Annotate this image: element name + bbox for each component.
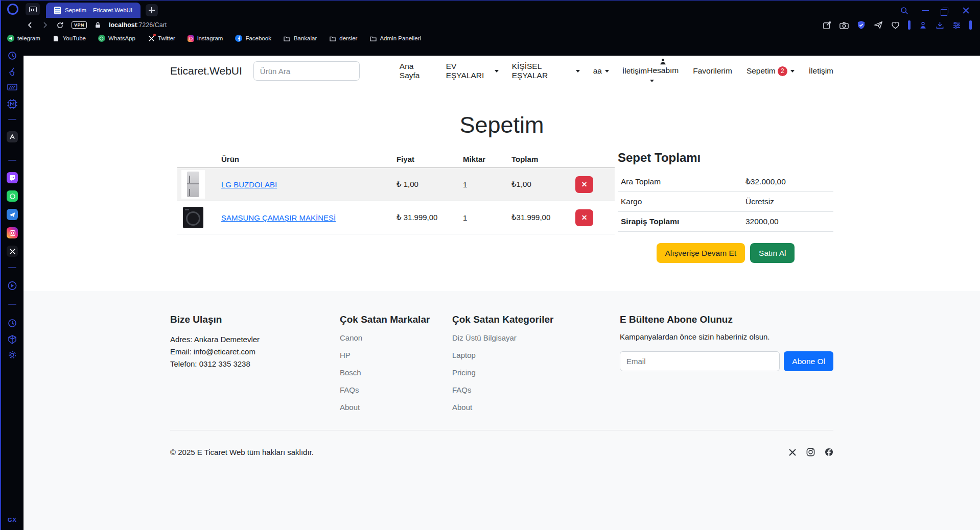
- bookmark-folder-bankalar[interactable]: Bankalar: [284, 35, 317, 42]
- order-total-value: 32000,00: [745, 217, 779, 226]
- edit-page-icon[interactable]: [823, 21, 831, 30]
- whatsapp-icon[interactable]: [7, 190, 18, 202]
- site-header: Eticaret.WebUI Ana Sayfa EV EŞYALARI KİŞ…: [170, 56, 833, 86]
- footer-link-hp[interactable]: HP: [340, 351, 452, 359]
- reload-button[interactable]: [56, 21, 64, 29]
- page-title: Sepetim: [170, 112, 833, 138]
- search-icon[interactable]: [900, 6, 908, 15]
- x-social-icon[interactable]: [788, 448, 797, 456]
- subtotal-value: ₺32.000,00: [745, 177, 786, 186]
- product-link[interactable]: LG BUZDOLABI: [221, 180, 277, 189]
- remove-item-button[interactable]: ✕: [575, 176, 593, 193]
- folder-icon: [369, 35, 377, 42]
- cart-menu[interactable]: Sepetim2: [746, 66, 795, 76]
- main-nav: Ana Sayfa EV EŞYALARI KİŞİSEL EŞYALAR aa…: [400, 62, 647, 80]
- gx-corner-button[interactable]: GX: [8, 517, 17, 523]
- site-brand[interactable]: Eticaret.WebUI: [170, 65, 242, 77]
- bookmark-twitter[interactable]: Twitter: [148, 35, 175, 42]
- bookmark-whatsapp[interactable]: WhatsApp: [98, 35, 135, 42]
- footer-link-pricing[interactable]: Pricing: [452, 368, 620, 377]
- buy-button[interactable]: Satın Al: [750, 243, 795, 263]
- bookmark-folder-admin-panelleri[interactable]: Admin Panelleri: [369, 35, 421, 42]
- vpn-badge[interactable]: VPN: [72, 21, 87, 29]
- tab-favicon-icon: [54, 7, 61, 14]
- folder-icon: [284, 35, 291, 42]
- subscribe-button[interactable]: Abone Ol: [784, 351, 833, 371]
- footer-link-laptop[interactable]: Laptop: [452, 351, 620, 359]
- sidebar-toggle-pill[interactable]: [969, 20, 972, 30]
- telegram-icon[interactable]: [7, 209, 18, 220]
- bookmark-facebook[interactable]: Facebook: [235, 35, 271, 42]
- nav-iletisim[interactable]: İletişim: [622, 66, 647, 76]
- footer-link-bosch[interactable]: Bosch: [340, 368, 452, 377]
- footer-link-about[interactable]: About: [452, 403, 620, 412]
- back-button[interactable]: [27, 21, 34, 29]
- restore-button[interactable]: [943, 8, 948, 13]
- bookmark-folder-dersler[interactable]: dersler: [329, 35, 357, 42]
- page-icon: [53, 35, 60, 42]
- footer-link-diz-ustu[interactable]: Diz Üstü Bilgisayar: [452, 333, 620, 342]
- history-icon[interactable]: [7, 318, 17, 328]
- media-player-button[interactable]: [26, 3, 40, 15]
- sidebar-divider: [8, 304, 16, 305]
- downloads-icon[interactable]: [936, 21, 944, 30]
- product-qty: 1: [459, 201, 507, 234]
- facebook-social-icon[interactable]: [825, 448, 833, 456]
- footer-link-about[interactable]: About: [340, 403, 452, 412]
- extension-m-icon[interactable]: [7, 99, 18, 109]
- copyright-text: © 2025 E Ticaret Web tüm hakları saklıdı…: [170, 448, 314, 456]
- screenshare-icon[interactable]: [7, 83, 18, 92]
- summary-title: Sepet Toplamı: [618, 151, 833, 165]
- col-actions: [571, 151, 615, 168]
- url-host: localhost: [109, 21, 137, 29]
- col-image: [177, 151, 217, 168]
- settings-gear-icon[interactable]: [7, 350, 17, 360]
- profile-icon[interactable]: [919, 21, 927, 30]
- col-miktar: Miktar: [459, 151, 507, 168]
- url-text[interactable]: localhost:7226/Cart: [109, 21, 167, 29]
- nav-aa[interactable]: aa: [593, 66, 609, 76]
- nav-kisisel-esyalar[interactable]: KİŞİSEL EŞYALAR: [512, 62, 580, 80]
- extensions-cube-icon[interactable]: [7, 334, 17, 345]
- chevron-down-icon: [650, 80, 654, 82]
- snapshot-camera-icon[interactable]: [839, 21, 849, 29]
- search-input[interactable]: [253, 61, 360, 81]
- browser-tab[interactable]: Sepetim – Eticaret.WebUI: [46, 3, 141, 18]
- footer-link-canon[interactable]: Canon: [340, 333, 452, 342]
- url-path: :7226/Cart: [137, 21, 167, 29]
- cleaner-broom-icon[interactable]: [7, 67, 17, 77]
- send-to-device-icon[interactable]: [874, 21, 883, 29]
- bookmark-youtube[interactable]: YouTube: [53, 35, 86, 42]
- twitch-icon[interactable]: [7, 172, 18, 183]
- forward-button[interactable]: [41, 21, 49, 29]
- instagram-social-icon[interactable]: [806, 448, 815, 456]
- account-menu[interactable]: Hesabım: [647, 58, 679, 84]
- x-twitter-icon[interactable]: [7, 246, 18, 257]
- panels-settings-icon[interactable]: [952, 21, 961, 29]
- opera-logo-icon[interactable]: [7, 4, 18, 15]
- vpn-shield-icon[interactable]: [857, 20, 866, 30]
- nav-ev-esyalari[interactable]: EV EŞYALARI: [446, 62, 499, 80]
- continue-shopping-button[interactable]: Alışverişe Devam Et: [657, 243, 745, 263]
- bookmark-telegram[interactable]: telegram: [7, 35, 40, 42]
- contact-link[interactable]: İletişim: [809, 66, 833, 76]
- minimize-button[interactable]: [922, 10, 929, 11]
- new-tab-button[interactable]: [146, 4, 158, 16]
- instagram-icon: [188, 35, 194, 42]
- favorites-link[interactable]: Favorilerim: [693, 66, 732, 76]
- lock-icon[interactable]: [95, 21, 101, 29]
- footer-link-faqs[interactable]: FAQs: [340, 386, 452, 394]
- footer-link-faqs[interactable]: FAQs: [452, 386, 620, 394]
- tab-cycler-icon[interactable]: [7, 51, 17, 61]
- remove-item-button[interactable]: ✕: [575, 209, 593, 226]
- newsletter-email-input[interactable]: [620, 351, 780, 371]
- close-button[interactable]: [962, 7, 970, 14]
- bookmark-heart-icon[interactable]: [891, 21, 900, 29]
- player-icon[interactable]: [7, 280, 18, 291]
- cart-section: Sepetim Ürün Fiyat Miktar: [170, 86, 833, 291]
- instagram-icon[interactable]: [7, 227, 18, 238]
- nav-ana-sayfa[interactable]: Ana Sayfa: [400, 62, 433, 80]
- product-link[interactable]: SAMSUNG ÇAMAŞIR MAKİNESİ: [221, 213, 336, 222]
- bookmark-instagram[interactable]: instagram: [188, 35, 223, 42]
- aria-ai-icon[interactable]: [7, 131, 18, 142]
